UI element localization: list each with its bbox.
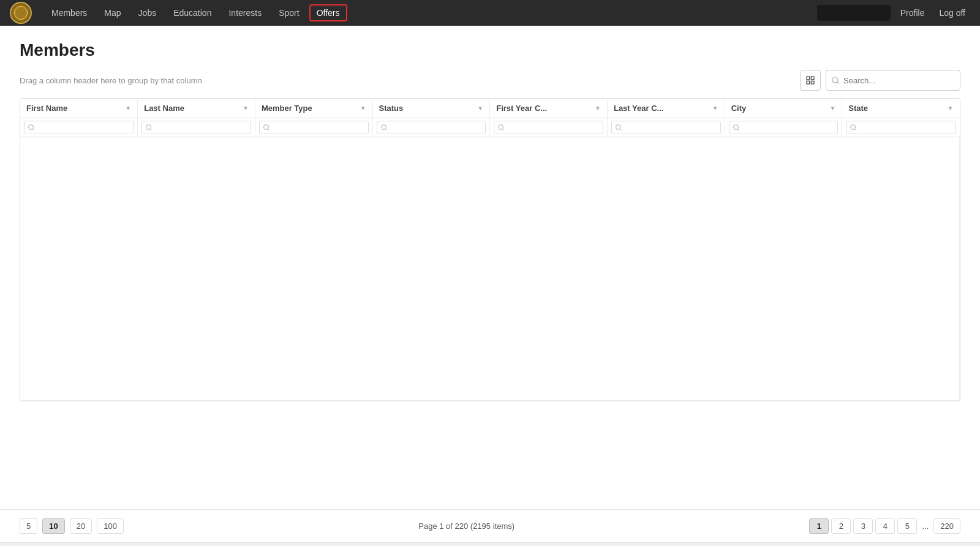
filter-icon-first-year: ▼ [595,105,601,112]
filter-last-name[interactable] [141,121,251,134]
filter-icon-status: ▼ [477,105,483,112]
toolbar: Drag a column header here to group by th… [20,70,960,91]
page-size-100[interactable]: 100 [97,518,124,534]
filter-city[interactable] [729,121,839,134]
logo [10,2,32,24]
pagination-bar: 5 10 20 100 Page 1 of 220 (2195 items) 1… [0,509,980,542]
filter-icon-first-name: ▼ [125,105,131,112]
col-status[interactable]: Status ▼ [372,99,490,118]
filter-icon-city: ▼ [829,105,835,112]
empty-body [20,137,960,401]
page-size-5[interactable]: 5 [20,518,37,534]
col-first-name[interactable]: First Name ▼ [20,99,138,118]
nav-logoff-link[interactable]: Log off [934,6,970,20]
page-title: Members [20,40,960,60]
filter-state[interactable] [846,121,956,134]
nav-jobs[interactable]: Jobs [131,4,164,21]
filter-member-type[interactable] [259,121,369,134]
svg-rect-3 [811,81,814,84]
page-buttons: 1 2 3 4 5 ... 220 [809,518,960,534]
search-input[interactable] [843,76,955,85]
column-chooser-button[interactable] [800,70,821,91]
filter-icon-member-type: ▼ [360,105,366,112]
nav-profile-link[interactable]: Profile [895,6,930,20]
col-first-year[interactable]: First Year C... ▼ [490,99,608,118]
search-wrapper [826,70,960,91]
page-size-10[interactable]: 10 [42,518,64,534]
pagination-info: Page 1 of 220 (2195 items) [418,521,514,531]
svg-rect-2 [807,81,810,84]
navbar: Members Map Jobs Education Interests Spo… [0,0,980,26]
nav-interests[interactable]: Interests [221,4,269,21]
page-btn-last[interactable]: 220 [933,518,960,534]
svg-rect-1 [811,77,814,80]
column-filter-row [20,118,960,137]
col-member-type[interactable]: Member Type ▼ [255,99,372,118]
members-table: First Name ▼ Last Name ▼ Member Type [20,99,960,401]
nav-items: Members Map Jobs Education Interests Spo… [44,4,817,21]
nav-members[interactable]: Members [44,4,94,21]
nav-right: Profile Log off [817,5,970,21]
search-icon [831,76,840,85]
filter-first-name[interactable] [24,121,134,134]
col-city[interactable]: City ▼ [725,99,842,118]
filter-icon-last-year: ▼ [712,105,718,112]
svg-rect-0 [807,77,810,80]
column-chooser-icon [805,75,815,85]
nav-map[interactable]: Map [97,4,128,21]
filter-status[interactable] [377,121,486,134]
page-size-options: 5 10 20 100 [20,518,124,534]
filter-last-year[interactable] [611,121,721,134]
drag-hint: Drag a column header here to group by th… [20,76,202,85]
nav-education[interactable]: Education [166,4,219,21]
nav-search-input[interactable] [817,5,891,21]
footer: © 2022 - PlayerDB | Tutorial | Report a … [0,542,980,546]
col-state[interactable]: State ▼ [842,99,960,118]
filter-icon-state: ▼ [948,105,954,112]
page-size-20[interactable]: 20 [70,518,92,534]
nav-sport[interactable]: Sport [271,4,306,21]
page-ellipsis: ... [919,521,931,531]
nav-offers[interactable]: Offers [309,4,347,21]
main-content: Members Drag a column header here to gro… [0,26,980,509]
members-table-wrapper: First Name ▼ Last Name ▼ Member Type [20,98,960,401]
page-btn-2[interactable]: 2 [831,518,851,534]
page-btn-1[interactable]: 1 [809,518,829,534]
table-header-row: First Name ▼ Last Name ▼ Member Type [20,99,960,118]
page-btn-4[interactable]: 4 [875,518,895,534]
page-btn-5[interactable]: 5 [897,518,917,534]
col-last-name[interactable]: Last Name ▼ [138,99,255,118]
col-last-year[interactable]: Last Year C... ▼ [607,99,725,118]
svg-point-4 [832,77,838,83]
filter-icon-last-name: ▼ [243,105,249,112]
filter-first-year[interactable] [494,121,603,134]
page-btn-3[interactable]: 3 [853,518,873,534]
toolbar-right [800,70,960,91]
